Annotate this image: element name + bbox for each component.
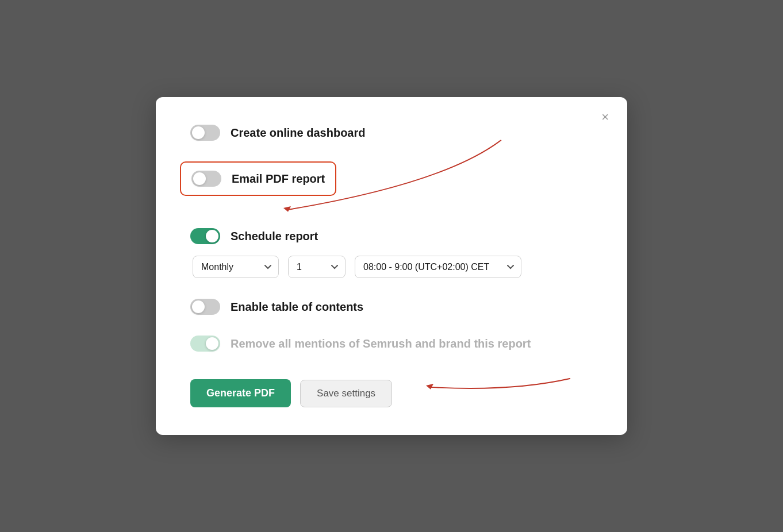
- time-dropdown[interactable]: 08:00 - 9:00 (UTC+02:00) CET 09:00 - 10:…: [355, 256, 521, 278]
- email-pdf-highlighted-wrapper: Email PDF report: [190, 161, 593, 212]
- email-pdf-row: Email PDF report: [180, 161, 336, 196]
- schedule-report-track: [190, 228, 220, 244]
- create-dashboard-track: [190, 125, 220, 141]
- email-pdf-track: [191, 171, 221, 187]
- schedule-report-toggle[interactable]: [190, 228, 220, 244]
- schedule-row-header: Schedule report: [190, 228, 593, 244]
- day-dropdown[interactable]: 1 2 3 5 10 15 20: [288, 256, 346, 278]
- remove-mentions-track: [190, 336, 220, 352]
- backdrop: × Create online dashboard Email PDF repo…: [0, 0, 783, 532]
- buttons-row: Generate PDF Save settings: [190, 379, 593, 407]
- close-button[interactable]: ×: [597, 109, 613, 126]
- remove-mentions-row: Remove all mentions of Semrush and brand…: [190, 336, 593, 352]
- schedule-dropdowns: Monthly Daily Weekly 1 2 3 5 10 15 20 08…: [193, 256, 593, 278]
- create-dashboard-toggle[interactable]: [190, 125, 220, 141]
- table-contents-track: [190, 299, 220, 315]
- table-of-contents-row: Enable table of contents: [190, 299, 593, 315]
- table-contents-label: Enable table of contents: [231, 300, 363, 314]
- table-contents-toggle[interactable]: [190, 299, 220, 315]
- save-settings-button[interactable]: Save settings: [300, 380, 392, 407]
- email-pdf-toggle[interactable]: [191, 171, 221, 187]
- email-pdf-label: Email PDF report: [232, 172, 325, 186]
- remove-mentions-toggle: [190, 336, 220, 352]
- modal-container: × Create online dashboard Email PDF repo…: [156, 97, 627, 435]
- schedule-report-label: Schedule report: [231, 230, 318, 243]
- frequency-dropdown[interactable]: Monthly Daily Weekly: [193, 256, 279, 278]
- generate-pdf-button[interactable]: Generate PDF: [190, 379, 291, 407]
- remove-mentions-label: Remove all mentions of Semrush and brand…: [231, 337, 531, 350]
- create-dashboard-label: Create online dashboard: [231, 126, 366, 140]
- schedule-section: Schedule report Monthly Daily Weekly 1 2…: [190, 228, 593, 278]
- create-dashboard-row: Create online dashboard: [190, 125, 593, 141]
